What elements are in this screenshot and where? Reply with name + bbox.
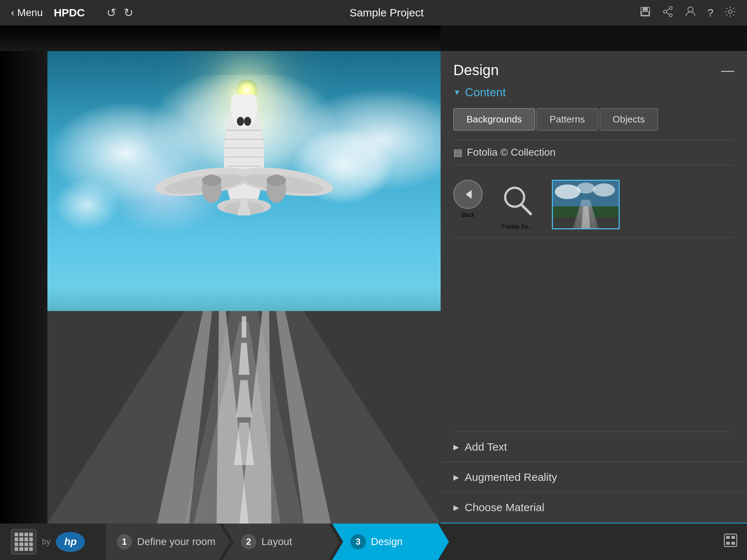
panel-spacer: [441, 238, 747, 432]
search-icon: [497, 180, 537, 220]
content-label: Content: [465, 86, 506, 99]
redo-button[interactable]: ↻: [124, 6, 133, 20]
search-label: Fotolia Se...: [502, 223, 533, 230]
grid-icon-button[interactable]: [11, 529, 36, 555]
settings-icon[interactable]: [724, 6, 736, 20]
canvas-area[interactable]: [47, 51, 441, 524]
hp-text: hp: [64, 536, 77, 548]
svg-point-36: [202, 175, 222, 186]
svg-rect-49: [553, 217, 619, 228]
top-wall: [0, 26, 441, 51]
step-3[interactable]: 3 Design: [332, 524, 449, 560]
tab-patterns[interactable]: Patterns: [537, 108, 598, 131]
step-2-label: Layout: [262, 536, 292, 548]
add-text-accordion[interactable]: ▶ Add Text: [441, 432, 747, 462]
panel-header: Design —: [441, 51, 747, 86]
svg-rect-56: [726, 536, 730, 539]
help-icon[interactable]: ?: [707, 7, 713, 19]
accordion-triangle-1: ▶: [453, 443, 459, 451]
fullscreen-icon: [723, 533, 738, 551]
step-3-num: 3: [351, 534, 366, 549]
svg-rect-59: [731, 542, 735, 545]
back-label: Back: [461, 212, 475, 218]
chevron-left-icon: ‹: [11, 7, 14, 19]
brand-label: HPDC: [54, 7, 85, 19]
accordion-triangle-2: ▶: [453, 473, 459, 482]
svg-point-53: [593, 183, 615, 197]
hp-logo: hp: [56, 532, 85, 552]
user-icon[interactable]: [685, 6, 696, 20]
step-1-num: 1: [117, 534, 132, 549]
svg-marker-51: [581, 206, 590, 228]
top-icons: ?: [639, 6, 736, 20]
svg-point-27: [244, 117, 251, 126]
topbar: ‹ Menu HPDC ↺ ↻ Sample Project: [0, 0, 747, 26]
back-button[interactable]: Back: [453, 180, 483, 218]
augmented-reality-label: Augmented Reality: [465, 471, 557, 483]
design-panel: Design — ▼ Content Backgrounds Patterns …: [441, 51, 747, 560]
tab-group: Backgrounds Patterns Objects: [453, 108, 734, 131]
step-3-label: Design: [371, 536, 403, 548]
choose-material-label: Choose Material: [465, 501, 544, 514]
back-icon: [453, 180, 483, 209]
svg-point-3: [669, 7, 672, 9]
search-item[interactable]: Fotolia Se...: [497, 180, 537, 230]
app-logo-section: by hp: [0, 524, 102, 560]
svg-point-54: [577, 183, 595, 194]
augmented-reality-accordion[interactable]: ▶ Augmented Reality: [441, 462, 747, 493]
airplane-svg: [153, 94, 335, 251]
step-2-num: 2: [241, 534, 256, 549]
step-1-label: Define your room: [137, 536, 216, 548]
minimize-button[interactable]: —: [721, 64, 734, 77]
bottom-bar: by hp 1 Define your room 2 Layout 3 Desi…: [0, 524, 747, 560]
add-text-label: Add Text: [465, 441, 507, 453]
svg-point-9: [728, 10, 732, 13]
folder-icon: ▤: [453, 147, 462, 158]
content-toggle[interactable]: ▼ Content: [453, 86, 734, 99]
content-section: ▼ Content Backgrounds Patterns Objects ▤…: [441, 86, 747, 237]
thumbnail-item[interactable]: [552, 180, 620, 229]
svg-line-46: [522, 205, 531, 214]
svg-point-52: [555, 184, 580, 199]
left-wall: [0, 26, 47, 560]
svg-rect-1: [643, 7, 648, 11]
svg-point-45: [505, 188, 524, 207]
save-icon[interactable]: [639, 6, 651, 20]
background-image: [47, 51, 441, 524]
step-1[interactable]: 1 Define your room: [106, 524, 230, 560]
tab-objects[interactable]: Objects: [600, 108, 658, 131]
svg-point-26: [237, 117, 244, 126]
panel-title: Design: [453, 62, 499, 78]
svg-rect-2: [642, 12, 649, 15]
folder-row[interactable]: ▤ Fotolia © Collection: [453, 140, 734, 165]
svg-rect-58: [726, 542, 730, 545]
choose-material-accordion[interactable]: ▶ Choose Material: [441, 493, 747, 523]
thumb-preview: [553, 181, 619, 228]
room-area: Design — ▼ Content Backgrounds Patterns …: [0, 26, 747, 560]
svg-line-7: [666, 12, 669, 15]
menu-button[interactable]: ‹ Menu: [11, 7, 43, 19]
svg-point-4: [669, 14, 672, 17]
undo-redo-group: ↺ ↻: [107, 6, 133, 20]
accordion-triangle-3: ▶: [453, 503, 459, 512]
steps-navigation: 1 Define your room 2 Layout 3 Design: [102, 524, 714, 560]
svg-marker-44: [466, 190, 472, 199]
step-2[interactable]: 2 Layout: [223, 524, 340, 560]
airplane-container: [107, 75, 382, 405]
tab-backgrounds[interactable]: Backgrounds: [453, 108, 535, 131]
svg-point-5: [663, 10, 666, 13]
fullscreen-button[interactable]: [714, 524, 747, 560]
svg-point-8: [688, 7, 693, 12]
svg-line-6: [666, 9, 669, 11]
share-icon[interactable]: [662, 6, 674, 20]
content-grid: Back Fotolia Se...: [453, 172, 734, 237]
svg-point-38: [266, 175, 286, 186]
folder-label: Fotolia © Collection: [467, 147, 556, 158]
menu-label: Menu: [17, 7, 43, 19]
by-text: by: [42, 537, 50, 547]
triangle-icon: ▼: [453, 88, 461, 97]
project-title: Sample Project: [133, 7, 639, 19]
undo-button[interactable]: ↺: [107, 6, 116, 20]
svg-rect-48: [553, 206, 619, 217]
svg-rect-57: [731, 536, 735, 539]
